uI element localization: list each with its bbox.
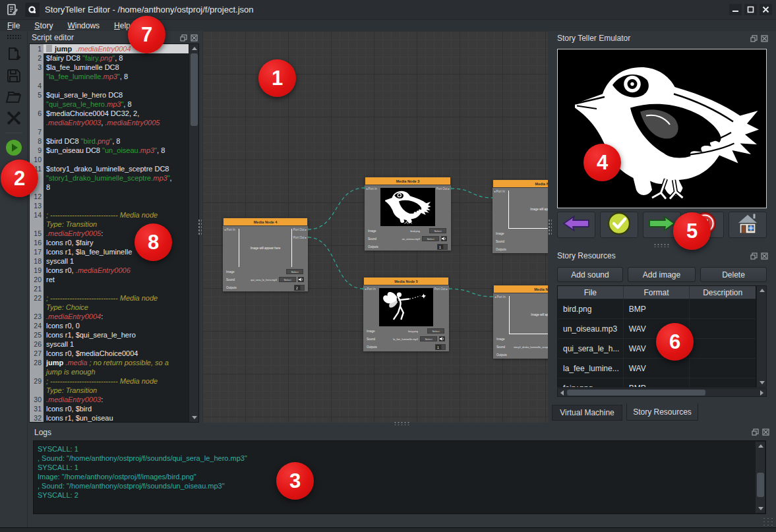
close-project-button-icon[interactable] [4,109,24,127]
code-line[interactable]: 26syscall 1 [30,340,189,349]
outputs-spinner[interactable]: 1 [435,344,446,350]
code-line[interactable]: "qui_sera_le_hero.mp3", 8 [30,100,189,109]
media-node-title[interactable]: Media Node 6 [493,285,548,293]
script-editor[interactable]: 1jump .mediaEntry00042$fairy DC8 "fairy.… [29,44,199,423]
minimize-button-icon[interactable] [729,4,742,15]
close-panel-icon[interactable] [761,429,769,436]
splitter-handle[interactable] [653,243,671,247]
speaker-icon[interactable] [441,236,447,241]
splitter-handle[interactable] [394,421,411,425]
scroll-down-icon[interactable] [756,504,765,513]
scroll-thumb[interactable] [757,473,764,497]
node-graph-canvas[interactable]: Media Node 4◂ Port InPort Out ▸Port Out … [202,31,548,423]
titlebar[interactable]: StoryTeller Editor - /home/anthony/ostpr… [0,0,776,20]
code-line[interactable]: 24lcons r0, 0 [30,321,189,330]
code-line[interactable]: 8 [30,183,189,192]
toolbar-grip[interactable] [7,34,21,39]
column-header-file[interactable]: File [558,286,624,299]
code-line[interactable]: 19lcons r0, .mediaEntry0006 [30,266,189,275]
save-button-icon[interactable] [4,67,24,85]
menu-story[interactable]: Story [27,20,60,31]
table-row[interactable]: fairy.pngBMP [558,378,756,388]
code-line[interactable]: 12 [30,192,189,201]
scroll-right-icon[interactable] [758,389,766,396]
splitter-handle[interactable] [548,219,552,236]
code-line[interactable]: 13 [30,201,189,210]
speaker-icon[interactable] [439,336,445,341]
code-line[interactable]: 20ret [30,275,189,284]
back-button[interactable] [557,212,595,238]
code-line[interactable]: 11$story1_drako_luminelle_sceptre DC8 [30,164,189,173]
menu-windows[interactable]: Windows [60,20,107,31]
code-line[interactable]: 3$la_fee_luminelle DC8 [30,63,189,72]
code-line[interactable]: 8$bird DC8 "bird.png", 8 [30,136,189,146]
outputs-spinner[interactable]: 1 [437,244,448,250]
resources-table-vscrollbar[interactable] [756,285,767,388]
code-line[interactable]: 32lcons r1, $un_oiseau [30,413,189,423]
code-line[interactable]: 28jump .media ; no return possible, so a [30,358,189,367]
outputs-spinner[interactable]: 2 [294,285,305,291]
delete-button[interactable]: Delete [700,267,767,282]
port-in-label[interactable]: ◂ Port In [365,287,376,291]
add-image-button[interactable]: Add image [628,267,696,282]
speaker-icon[interactable] [298,277,304,282]
code-line[interactable]: 10 [30,155,189,164]
media-node[interactable]: Media Node 6◂ Port InImage will appear h… [493,285,548,359]
scroll-up-icon[interactable] [189,44,199,53]
code-line[interactable]: Type: Transition [30,386,189,395]
node-connection[interactable] [449,289,494,297]
code-line[interactable]: .mediaEntry0003, .mediaEntry0005 [30,118,189,127]
tab-virtual-machine[interactable]: Virtual Machine [552,405,622,421]
select-button[interactable]: Select [420,336,437,341]
code-line[interactable]: 27lcons r0, $mediaChoice0004 [30,349,189,358]
code-line[interactable]: 23.mediaEntry0004: [30,312,189,321]
port-in-label[interactable]: ◂ Port In [494,295,506,299]
select-button[interactable]: Select [279,277,296,282]
code-line[interactable]: "story1_drako_luminelle_sceptre.mp3", [30,173,189,183]
new-file-button-icon[interactable] [4,45,24,64]
code-line[interactable]: 9$un_oiseau DC8 "un_oiseau.mp3", 8 [30,146,189,155]
scroll-down-icon[interactable] [189,413,199,422]
float-panel-icon[interactable] [750,252,758,260]
media-node[interactable]: Media Node 5◂ Port InPort Out ▸Imagefair… [363,277,449,351]
code-line[interactable]: 21 [30,284,189,293]
script-editor-scrollbar[interactable] [189,44,198,422]
splitter-handle[interactable] [198,219,202,236]
media-node[interactable]: Media Node 3◂ Port InPort Out ▸Imagebird… [365,177,451,251]
table-row[interactable]: bird.pngBMP [558,299,756,319]
code-line[interactable]: "la_fee_luminelle.mp3", 8 [30,72,189,81]
code-line[interactable]: 4 [30,81,189,90]
table-row[interactable]: la_fee_lumine...WAV [558,359,756,378]
scroll-down-icon[interactable] [757,378,767,387]
float-panel-icon[interactable] [751,429,759,436]
code-line[interactable]: 31lcons r0, $bird [30,404,189,413]
media-node-title[interactable]: Media Node 4 [223,218,308,226]
code-line[interactable]: 22; ---------------------------- Media n… [30,293,189,303]
port-out-label[interactable]: Port Out ▸ [293,228,307,231]
home-button[interactable] [729,212,767,238]
float-panel-icon[interactable] [750,34,758,42]
close-panel-icon[interactable] [760,34,768,42]
resize-grip[interactable] [762,517,774,527]
close-panel-icon[interactable] [760,252,768,260]
float-panel-icon[interactable] [179,34,187,42]
code-line[interactable]: 18syscall 1 [30,256,189,266]
logs-output[interactable]: SYSCALL: 1, Sound: "/home/anthony/ostpro… [33,440,766,514]
close-button-icon[interactable] [760,4,772,15]
scroll-thumb[interactable] [191,53,198,126]
close-panel-icon[interactable] [190,34,198,42]
select-button[interactable]: Select [429,228,446,233]
code-line[interactable]: jump is enough [30,367,189,376]
column-header-format[interactable]: Format [624,286,690,299]
port-out-label[interactable]: Port Out ▸ [436,187,450,191]
code-line[interactable]: 25lcons r1, $qui_sera_le_hero [30,330,189,340]
code-line[interactable]: 30.mediaEntry0003: [30,395,189,404]
menu-file[interactable]: File [0,20,27,31]
node-connection[interactable] [451,189,493,198]
scroll-thumb[interactable] [567,390,705,396]
port-out-label[interactable]: Port Out ▸ [434,287,448,291]
select-button[interactable]: Select [286,269,303,274]
scroll-up-icon[interactable] [757,286,767,295]
resources-table-hscrollbar[interactable] [557,388,767,397]
column-header-description[interactable]: Description [690,286,756,299]
